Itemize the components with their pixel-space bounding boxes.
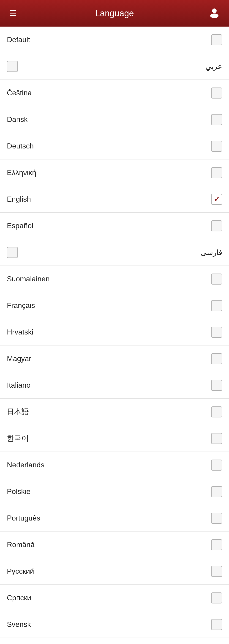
language-checkbox-german[interactable] xyxy=(211,141,222,152)
language-label-polish: Polskie xyxy=(7,487,30,496)
language-item-hungarian[interactable]: Magyar xyxy=(0,346,229,372)
language-item-korean[interactable]: 한국어 xyxy=(0,425,229,452)
language-label-serbian: Српски xyxy=(7,594,31,602)
language-checkbox-polish[interactable] xyxy=(211,486,222,497)
language-checkbox-romanian[interactable] xyxy=(211,539,222,550)
language-label-italian: Italiano xyxy=(7,381,30,390)
svg-point-0 xyxy=(212,8,217,13)
user-icon[interactable] xyxy=(209,7,220,20)
language-checkbox-serbian[interactable] xyxy=(211,592,222,604)
language-label-romanian: Română xyxy=(7,540,34,549)
language-checkbox-hungarian[interactable] xyxy=(211,353,222,364)
language-label-czech: Čeština xyxy=(7,89,32,97)
language-label-portuguese: Português xyxy=(7,514,40,522)
app-container: ☰ Language DefaultعربيČeštinaDanskDeutsc… xyxy=(0,0,229,644)
language-item-polish[interactable]: Polskie xyxy=(0,478,229,505)
language-checkbox-russian[interactable] xyxy=(211,566,222,577)
language-checkbox-farsi[interactable] xyxy=(7,247,18,258)
language-label-danish: Dansk xyxy=(7,115,28,124)
language-label-arabic: عربي xyxy=(206,62,222,71)
language-label-russian: Русский xyxy=(7,567,34,576)
language-checkbox-english[interactable] xyxy=(211,194,222,205)
language-label-croatian: Hrvatski xyxy=(7,328,34,336)
language-item-portuguese[interactable]: Português xyxy=(0,505,229,532)
language-label-default: Default xyxy=(7,36,30,44)
language-checkbox-swedish[interactable] xyxy=(211,619,222,630)
language-item-romanian[interactable]: Română xyxy=(0,532,229,558)
header: ☰ Language xyxy=(0,0,229,26)
svg-point-1 xyxy=(210,14,218,18)
language-label-farsi: فارسی xyxy=(200,248,222,257)
language-list: DefaultعربيČeštinaDanskDeutschΕλληνικήEn… xyxy=(0,26,229,644)
language-label-korean: 한국어 xyxy=(7,434,29,444)
language-label-spanish: Español xyxy=(7,222,34,230)
language-checkbox-greek[interactable] xyxy=(211,167,222,178)
language-item-italian[interactable]: Italiano xyxy=(0,372,229,399)
language-item-french[interactable]: Français xyxy=(0,292,229,319)
language-item-czech[interactable]: Čeština xyxy=(0,80,229,106)
page-title: Language xyxy=(95,8,134,18)
language-checkbox-croatian[interactable] xyxy=(211,327,222,338)
language-item-turkish[interactable]: Türk xyxy=(0,638,229,644)
language-label-hungarian: Magyar xyxy=(7,354,31,363)
language-item-russian[interactable]: Русский xyxy=(0,558,229,585)
language-label-finnish: Suomalainen xyxy=(7,275,50,283)
language-checkbox-portuguese[interactable] xyxy=(211,513,222,524)
language-label-english: English xyxy=(7,195,31,204)
language-item-japanese[interactable]: 日本語 xyxy=(0,399,229,425)
language-item-default[interactable]: Default xyxy=(0,26,229,53)
language-checkbox-korean[interactable] xyxy=(211,433,222,444)
language-item-croatian[interactable]: Hrvatski xyxy=(0,319,229,346)
language-label-greek: Ελληνική xyxy=(7,168,36,177)
language-checkbox-finnish[interactable] xyxy=(211,274,222,284)
menu-icon[interactable]: ☰ xyxy=(9,9,16,18)
language-checkbox-italian[interactable] xyxy=(211,380,222,391)
language-item-english[interactable]: English xyxy=(0,186,229,212)
language-label-german: Deutsch xyxy=(7,142,34,150)
language-item-danish[interactable]: Dansk xyxy=(0,106,229,133)
language-label-dutch: Nederlands xyxy=(7,461,44,469)
language-item-serbian[interactable]: Српски xyxy=(0,585,229,611)
language-checkbox-danish[interactable] xyxy=(211,114,222,125)
language-label-japanese: 日本語 xyxy=(7,407,29,417)
language-checkbox-spanish[interactable] xyxy=(211,220,222,232)
language-checkbox-default[interactable] xyxy=(211,34,222,45)
language-item-arabic[interactable]: عربي xyxy=(0,53,229,80)
language-item-dutch[interactable]: Nederlands xyxy=(0,452,229,478)
language-item-spanish[interactable]: Español xyxy=(0,212,229,239)
language-checkbox-japanese[interactable] xyxy=(211,406,222,418)
language-item-swedish[interactable]: Svensk xyxy=(0,611,229,638)
language-item-greek[interactable]: Ελληνική xyxy=(0,160,229,186)
language-item-finnish[interactable]: Suomalainen xyxy=(0,266,229,292)
language-label-swedish: Svensk xyxy=(7,620,31,629)
language-label-french: Français xyxy=(7,301,35,310)
language-checkbox-czech[interactable] xyxy=(211,88,222,98)
language-checkbox-french[interactable] xyxy=(211,300,222,311)
language-item-german[interactable]: Deutsch xyxy=(0,133,229,160)
language-checkbox-arabic[interactable] xyxy=(7,61,18,72)
language-checkbox-dutch[interactable] xyxy=(211,460,222,470)
language-item-farsi[interactable]: فارسی xyxy=(0,239,229,266)
